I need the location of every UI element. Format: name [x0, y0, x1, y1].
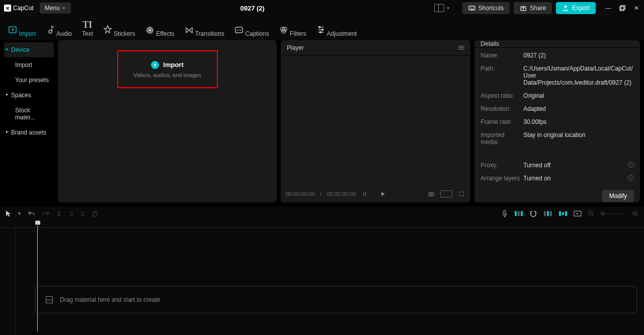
zoom-out-button[interactable] — [588, 210, 595, 217]
tab-audio[interactable]: Audio — [41, 23, 76, 40]
tab-label: Import — [19, 30, 36, 37]
detail-value: Turned off — [523, 162, 550, 169]
audio-icon — [46, 25, 55, 36]
track-dropzone[interactable]: Drag material here and start to create — [35, 286, 637, 313]
sidebar-item-presets[interactable]: Your presets — [4, 73, 54, 88]
player-menu-button[interactable] — [458, 46, 464, 49]
delete-right-button[interactable] — [80, 210, 86, 217]
tool-dropdown[interactable]: ▼ — [17, 211, 22, 216]
playhead[interactable] — [35, 221, 41, 226]
detail-label: Name: — [480, 52, 523, 59]
keyboard-icon — [468, 5, 475, 12]
tab-text[interactable]: TI Text — [77, 17, 98, 40]
svg-point-15 — [318, 27, 320, 28]
details-body: Name:0927 (2) Path:C:/Users/Usman/AppDat… — [474, 48, 640, 186]
minimize-button[interactable]: — — [605, 5, 612, 12]
timeline-ruler[interactable] — [0, 221, 644, 228]
stickers-icon — [103, 25, 112, 36]
player-title: Player — [287, 44, 304, 51]
play-button[interactable] — [379, 190, 387, 198]
fullscreen-button[interactable] — [457, 190, 465, 198]
tab-transitions[interactable]: Transitions — [180, 23, 229, 40]
layout-switcher[interactable]: ▼ — [434, 4, 450, 12]
detail-value: Original — [523, 92, 634, 99]
magnet-auto-button[interactable] — [529, 210, 537, 217]
redo-button[interactable] — [42, 210, 50, 217]
tab-label: Captions — [245, 30, 269, 37]
effects-icon — [145, 25, 154, 36]
playhead-line — [37, 226, 38, 331]
tab-stickers[interactable]: Stickers — [98, 23, 140, 40]
info-icon[interactable]: i — [628, 162, 634, 168]
sidebar-item-label: Device — [11, 46, 30, 53]
detail-value: Turned on — [523, 175, 550, 182]
svg-point-9 — [49, 30, 52, 33]
magnet-track-button[interactable] — [543, 211, 552, 216]
tab-adjustment[interactable]: Adjustment — [311, 23, 362, 40]
share-icon — [520, 5, 527, 12]
zoom-in-button[interactable] — [632, 210, 639, 217]
delete-left-button[interactable] — [68, 210, 74, 217]
svg-rect-21 — [504, 211, 506, 214]
svg-rect-11 — [235, 27, 243, 33]
sidebar-item-import[interactable]: Import — [4, 57, 54, 73]
adjustment-icon — [316, 25, 326, 36]
magnet-main-button[interactable] — [514, 211, 523, 216]
import-dropzone[interactable]: + Import Videos, audios, and images — [117, 50, 218, 88]
selection-tool[interactable] — [5, 210, 11, 217]
svg-point-16 — [321, 29, 323, 31]
timeline-toolbar: ▼ — [0, 207, 644, 221]
player-viewport[interactable] — [281, 55, 470, 185]
timeline[interactable]: Drag material here and start to create — [0, 221, 644, 335]
export-icon — [562, 5, 569, 12]
undo-button[interactable] — [28, 210, 36, 217]
track-header-divider — [15, 228, 16, 335]
tab-label: Stickers — [114, 30, 135, 37]
export-button[interactable]: Export — [556, 2, 596, 14]
transitions-icon — [185, 25, 194, 36]
ratio-button[interactable] — [440, 190, 452, 197]
detail-value: 30.00fps — [523, 118, 634, 125]
sidebar-item-device[interactable]: ▸Device — [4, 42, 54, 57]
main-tabs: Import Audio TI Text Stickers Effects Tr… — [0, 16, 644, 40]
player-pane: Player 00:00:00:00 / 00:00:00:00 — [281, 40, 470, 203]
tab-captions[interactable]: Captions — [229, 23, 274, 40]
detail-value: Adapted — [523, 105, 634, 112]
detail-row-imported: Imported media:Stay in original location — [480, 131, 634, 146]
shortcuts-label: Shortcuts — [478, 5, 504, 12]
tab-label: Effects — [156, 30, 174, 37]
record-audio-button[interactable] — [501, 210, 508, 218]
share-button[interactable]: Share — [514, 2, 552, 14]
share-label: Share — [530, 5, 546, 12]
modify-button[interactable]: Modify — [602, 190, 634, 202]
tab-import[interactable]: Import — [3, 23, 41, 40]
sidebar-item-brand[interactable]: ▸Brand assets — [4, 125, 54, 140]
detail-row-proxy: Proxy:Turned offi — [480, 162, 634, 169]
sidebar-item-stock[interactable]: Stock mater... — [4, 103, 54, 125]
detail-label: Path: — [480, 65, 523, 86]
sidebar-item-label: Brand assets — [11, 129, 46, 136]
close-button[interactable]: ✕ — [633, 5, 640, 12]
svg-rect-7 — [620, 7, 624, 11]
split-button[interactable] — [56, 210, 62, 217]
info-icon[interactable]: i — [628, 175, 634, 181]
zoom-slider[interactable] — [601, 213, 626, 215]
import-title: Import — [163, 61, 183, 69]
tab-label: Audio — [56, 30, 72, 37]
shortcuts-button[interactable]: Shortcuts — [462, 2, 510, 14]
preview-render-button[interactable] — [574, 211, 582, 217]
title-bar: ✕ CapCut Menu ▼ 0927 (2) ▼ Shortcuts Sha… — [0, 0, 644, 16]
player-header: Player — [281, 40, 470, 55]
menu-button[interactable]: Menu ▼ — [40, 3, 71, 14]
caret-icon: ▸ — [6, 92, 9, 97]
time-current: 00:00:00:00 — [286, 191, 315, 197]
sidebar-item-spaces[interactable]: ▸Spaces — [4, 88, 54, 103]
delete-button[interactable] — [92, 210, 98, 217]
tab-effects[interactable]: Effects — [140, 23, 180, 40]
tab-filters[interactable]: Filters — [274, 23, 311, 40]
video-track-icon — [46, 296, 53, 303]
maximize-button[interactable] — [619, 5, 626, 12]
snapshot-button[interactable] — [427, 190, 435, 198]
magnet-clip-button[interactable] — [558, 211, 568, 216]
prev-frame-button[interactable] — [361, 190, 369, 198]
